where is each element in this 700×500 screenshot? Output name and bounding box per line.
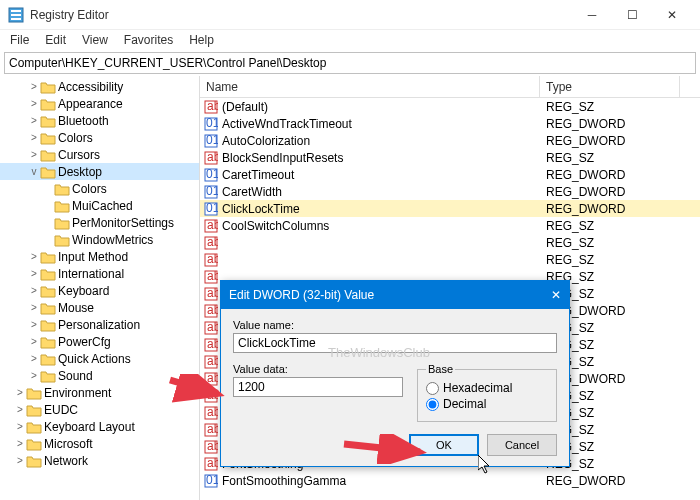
svg-text:ab: ab (207, 219, 218, 232)
expand-toggle-icon[interactable]: > (28, 251, 40, 262)
list-row[interactable]: 011CaretTimeoutREG_DWORD (200, 166, 700, 183)
value-type: REG_SZ (540, 253, 680, 267)
svg-text:ab: ab (207, 270, 218, 283)
list-row[interactable]: 011FontSmoothingGammaREG_DWORD (200, 472, 700, 489)
col-type[interactable]: Type (540, 76, 680, 97)
tree-label: Keyboard (58, 284, 109, 298)
svg-text:ab: ab (207, 100, 218, 113)
expand-toggle-icon[interactable]: > (28, 285, 40, 296)
tree-item-desktop[interactable]: vDesktop (0, 163, 199, 180)
tree-item-network[interactable]: >Network (0, 452, 199, 469)
tree-item-input-method[interactable]: >Input Method (0, 248, 199, 265)
list-row[interactable]: abREG_SZ (200, 251, 700, 268)
list-row[interactable]: 011ClickLockTimeREG_DWORD (200, 200, 700, 217)
list-row[interactable]: abBlockSendInputResetsREG_SZ (200, 149, 700, 166)
radio-hex-input[interactable] (426, 382, 439, 395)
value-type: REG_DWORD (540, 134, 680, 148)
svg-text:ab: ab (207, 236, 218, 249)
expand-toggle-icon[interactable]: > (14, 455, 26, 466)
tree-item-personalization[interactable]: >Personalization (0, 316, 199, 333)
list-row[interactable]: 011AutoColorizationREG_DWORD (200, 132, 700, 149)
svg-text:011: 011 (206, 117, 218, 130)
ok-button[interactable]: OK (409, 434, 479, 456)
svg-text:ab: ab (207, 372, 218, 385)
tree-item-keyboard[interactable]: >Keyboard (0, 282, 199, 299)
expand-toggle-icon[interactable]: > (14, 421, 26, 432)
tree-item-sound[interactable]: >Sound (0, 367, 199, 384)
menu-favorites[interactable]: Favorites (118, 31, 179, 49)
tree-item-international[interactable]: >International (0, 265, 199, 282)
valuedata-input[interactable] (233, 377, 403, 397)
tree-label: EUDC (44, 403, 78, 417)
radio-dec-input[interactable] (426, 398, 439, 411)
svg-text:011: 011 (206, 202, 218, 215)
cancel-button[interactable]: Cancel (487, 434, 557, 456)
expand-toggle-icon[interactable]: > (14, 438, 26, 449)
tree-item-microsoft[interactable]: >Microsoft (0, 435, 199, 452)
tree-item-cursors[interactable]: >Cursors (0, 146, 199, 163)
list-row[interactable]: 011CaretWidthREG_DWORD (200, 183, 700, 200)
expand-toggle-icon[interactable]: > (14, 387, 26, 398)
menu-view[interactable]: View (76, 31, 114, 49)
list-header: Name Type (200, 76, 700, 98)
tree-item-bluetooth[interactable]: >Bluetooth (0, 112, 199, 129)
tree-item-permonitorsettings[interactable]: PerMonitorSettings (0, 214, 199, 231)
expand-toggle-icon[interactable]: > (28, 370, 40, 381)
tree-label: Quick Actions (58, 352, 131, 366)
tree-item-powercfg[interactable]: >PowerCfg (0, 333, 199, 350)
svg-text:ab: ab (207, 440, 218, 453)
tree-label: Colors (72, 182, 107, 196)
menu-file[interactable]: File (4, 31, 35, 49)
tree-item-colors[interactable]: Colors (0, 180, 199, 197)
expand-toggle-icon[interactable]: > (28, 132, 40, 143)
tree-item-keyboard-layout[interactable]: >Keyboard Layout (0, 418, 199, 435)
tree-item-accessibility[interactable]: >Accessibility (0, 78, 199, 95)
expand-toggle-icon[interactable]: > (28, 336, 40, 347)
tree-item-appearance[interactable]: >Appearance (0, 95, 199, 112)
value-type: REG_SZ (540, 219, 680, 233)
list-row[interactable]: abREG_SZ (200, 234, 700, 251)
expand-toggle-icon[interactable]: > (28, 268, 40, 279)
list-row[interactable]: ab(Default)REG_SZ (200, 98, 700, 115)
tree-item-mouse[interactable]: >Mouse (0, 299, 199, 316)
tree-item-muicached[interactable]: MuiCached (0, 197, 199, 214)
expand-toggle-icon[interactable]: > (28, 98, 40, 109)
dialog-titlebar[interactable]: Edit DWORD (32-bit) Value ✕ (221, 281, 569, 309)
dialog-close-icon[interactable]: ✕ (551, 288, 561, 302)
valuename-input[interactable] (233, 333, 557, 353)
menu-edit[interactable]: Edit (39, 31, 72, 49)
tree-label: Sound (58, 369, 93, 383)
expand-toggle-icon[interactable]: > (28, 353, 40, 364)
expand-toggle-icon[interactable]: > (14, 404, 26, 415)
list-row[interactable]: 011ActiveWndTrackTimeoutREG_DWORD (200, 115, 700, 132)
minimize-button[interactable]: ─ (572, 0, 612, 30)
tree-label: Cursors (58, 148, 100, 162)
tree-item-quick-actions[interactable]: >Quick Actions (0, 350, 199, 367)
radio-hex[interactable]: Hexadecimal (426, 381, 548, 395)
expand-toggle-icon[interactable]: > (28, 81, 40, 92)
radio-dec[interactable]: Decimal (426, 397, 548, 411)
close-button[interactable]: ✕ (652, 0, 692, 30)
tree-item-eudc[interactable]: >EUDC (0, 401, 199, 418)
maximize-button[interactable]: ☐ (612, 0, 652, 30)
list-row[interactable]: abCoolSwitchColumnsREG_SZ (200, 217, 700, 234)
expand-toggle-icon[interactable]: > (28, 302, 40, 313)
svg-text:ab: ab (207, 355, 218, 368)
tree-item-windowmetrics[interactable]: WindowMetrics (0, 231, 199, 248)
tree-pane[interactable]: >Accessibility>Appearance>Bluetooth>Colo… (0, 76, 200, 500)
value-type: REG_SZ (540, 100, 680, 114)
tree-item-environment[interactable]: >Environment (0, 384, 199, 401)
svg-rect-1 (11, 10, 21, 12)
expand-toggle-icon[interactable]: > (28, 115, 40, 126)
expand-toggle-icon[interactable]: v (28, 166, 40, 177)
tree-item-colors[interactable]: >Colors (0, 129, 199, 146)
col-name[interactable]: Name (200, 76, 540, 97)
address-bar[interactable]: Computer\HKEY_CURRENT_USER\Control Panel… (4, 52, 696, 74)
tree-label: Microsoft (44, 437, 93, 451)
value-name: BlockSendInputResets (222, 151, 343, 165)
expand-toggle-icon[interactable]: > (28, 149, 40, 160)
menu-help[interactable]: Help (183, 31, 220, 49)
svg-text:ab: ab (207, 253, 218, 266)
tree-label: Environment (44, 386, 111, 400)
expand-toggle-icon[interactable]: > (28, 319, 40, 330)
